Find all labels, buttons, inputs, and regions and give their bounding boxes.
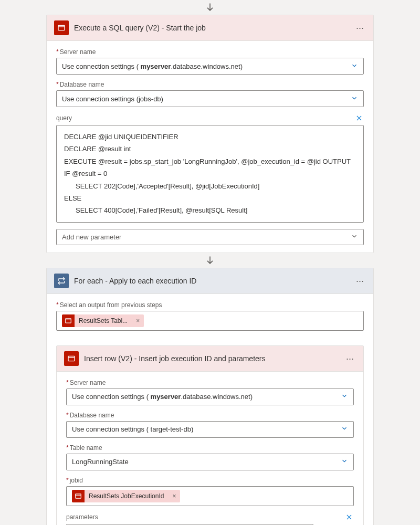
database-name-select[interactable]: Use connection settings (jobs-db): [56, 90, 364, 107]
server-name-label: Server name: [56, 48, 364, 56]
jobid-label: jobid: [66, 477, 354, 484]
table-name-label: Table name: [66, 444, 354, 452]
server-name-select[interactable]: Use connection settings ( myserver.datab…: [66, 388, 354, 405]
sql-icon: [54, 20, 69, 35]
token-label: ResultSets Tabl...: [75, 317, 132, 324]
loop-icon: [54, 274, 69, 288]
svg-rect-8: [68, 356, 75, 361]
action-insert-row: Insert row (V2) - Insert job execution I…: [56, 345, 364, 525]
jobid-input[interactable]: ResultSets JobExecutionId ×: [66, 486, 354, 506]
clear-query-button[interactable]: [354, 113, 364, 125]
clear-parameters-button[interactable]: [344, 512, 354, 524]
action-menu-button[interactable]: ···: [354, 22, 366, 34]
sql-icon: [64, 351, 79, 366]
query-label: query: [56, 114, 72, 122]
chevron-down-icon: [341, 392, 348, 401]
table-name-value: LongRunningState: [72, 458, 129, 466]
server-name-value: Use connection settings ( myserver.datab…: [72, 393, 253, 401]
flow-arrow: [4, 0, 416, 15]
action-execute-sql-start-job: Execute a SQL query (V2) - Start the job…: [46, 15, 374, 253]
server-name-value: Use connection settings ( myserver.datab…: [62, 62, 243, 70]
server-name-select[interactable]: Use connection settings ( myserver.datab…: [56, 58, 364, 75]
database-name-value: Use connection settings ( target-test-db…: [72, 425, 193, 433]
svg-rect-6: [66, 319, 71, 323]
add-new-parameter-select[interactable]: Add new parameter: [56, 229, 364, 245]
token-remove-button[interactable]: ×: [132, 317, 144, 324]
query-input[interactable]: DECLARE @jid UNIQUEIDENTIFIER DECLARE @r…: [56, 125, 364, 223]
chevron-down-icon: [341, 425, 348, 434]
flow-arrow: [4, 253, 416, 268]
action-menu-button[interactable]: ···: [354, 275, 366, 287]
action-menu-button[interactable]: ···: [344, 353, 356, 364]
action-for-each: For each - Apply to each execution ID ··…: [46, 268, 374, 525]
database-name-label: Database name: [56, 81, 364, 88]
select-output-label: Select an output from previous steps: [56, 301, 364, 309]
token-resultsets-table[interactable]: ResultSets Tabl... ×: [62, 314, 144, 327]
svg-rect-10: [76, 494, 81, 498]
token-label: ResultSets JobExecutionId: [85, 492, 168, 500]
action-header[interactable]: For each - Apply to each execution ID ··…: [47, 268, 373, 294]
svg-rect-1: [58, 25, 65, 30]
action-title: Insert row (V2) - Insert job execution I…: [84, 354, 339, 363]
sql-icon: [62, 314, 75, 327]
sql-icon: [72, 490, 85, 502]
token-jobexecutionid[interactable]: ResultSets JobExecutionId ×: [72, 490, 180, 502]
add-new-parameter-label: Add new parameter: [62, 233, 121, 241]
server-name-label: Server name: [66, 379, 354, 386]
chevron-down-icon: [351, 62, 358, 71]
action-header[interactable]: Execute a SQL query (V2) - Start the job…: [47, 15, 373, 41]
table-name-select[interactable]: LongRunningState: [66, 454, 354, 470]
action-header[interactable]: Insert row (V2) - Insert job execution I…: [57, 346, 363, 372]
token-remove-button[interactable]: ×: [168, 492, 180, 500]
chevron-down-icon: [351, 94, 358, 103]
parameters-label: parameters: [66, 513, 98, 521]
chevron-down-icon: [351, 233, 358, 242]
database-name-label: Database name: [66, 412, 354, 419]
action-title: Execute a SQL query (V2) - Start the job: [74, 24, 349, 32]
database-name-value: Use connection settings (jobs-db): [62, 95, 163, 103]
select-output-input[interactable]: ResultSets Tabl... ×: [56, 311, 364, 331]
database-name-select[interactable]: Use connection settings ( target-test-db…: [66, 421, 354, 438]
action-title: For each - Apply to each execution ID: [74, 277, 349, 285]
chevron-down-icon: [341, 457, 348, 466]
